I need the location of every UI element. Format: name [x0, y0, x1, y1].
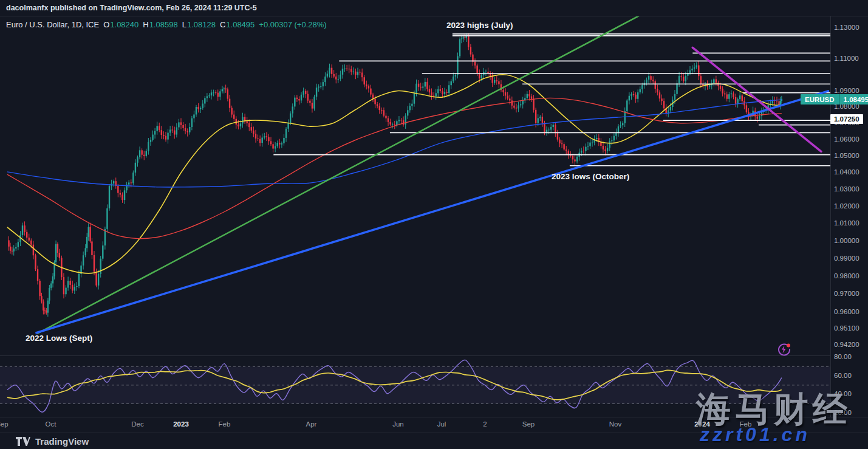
time-axis-label: 2	[472, 420, 499, 428]
price-axis-label: 1.09000	[834, 87, 859, 94]
time-axis-label: Nov	[602, 420, 629, 428]
pill-price: 1.08495	[839, 96, 868, 103]
current-price-pill: EURUSD 1.08495	[801, 94, 868, 105]
time-axis-label: Jun	[385, 420, 412, 428]
price-axis-label: 1.02000	[834, 202, 859, 210]
chart-canvas[interactable]	[0, 0, 868, 449]
price-axis-label: 0.95100	[834, 324, 859, 332]
price-axis-label: 0.98000	[834, 272, 859, 279]
price-axis-label: 1.03000	[834, 185, 859, 193]
price-axis-label: 1.06000	[834, 135, 859, 143]
price-axis-label: 1.01000	[834, 219, 859, 227]
price-axis-label: 0.99000	[834, 255, 859, 262]
price-axis-label: 0.97000	[834, 290, 859, 297]
time-axis-label: Sep	[515, 420, 542, 428]
time-axis-label: Oct	[38, 420, 64, 428]
price-axis-label: 1.13000	[834, 24, 859, 31]
level-price-pill: 1.07250	[830, 114, 863, 124]
rsi-axis-label: 60.00	[834, 372, 852, 379]
time-axis-label: Sep	[0, 420, 15, 428]
price-axis-label: 1.04000	[834, 168, 859, 176]
pill-symbol: EURUSD	[801, 96, 839, 103]
watermark-url: zzrt01.cn	[700, 423, 810, 446]
annotation-2022-lows: 2022 Lows (Sept)	[26, 334, 92, 343]
annotation-2023-highs: 2023 highs (July)	[446, 21, 513, 30]
rsi-axis-label: 80.00	[834, 353, 852, 360]
jump-to-realtime-icon[interactable]	[776, 341, 791, 357]
price-axis-label: 1.05000	[834, 152, 859, 159]
time-axis-label: Feb	[211, 420, 238, 428]
time-axis-label: Jul	[428, 420, 455, 428]
price-axis-label: 1.11000	[834, 55, 859, 62]
price-axis-label: 1.00000	[834, 237, 859, 244]
annotation-2023-lows: 2023 lows (October)	[552, 172, 629, 181]
tradingview-published-chart: dacolmanfx published on TradingView.com,…	[0, 0, 868, 449]
time-axis-label: Dec	[125, 420, 151, 428]
tradingview-logo-text[interactable]: TradingView	[35, 436, 89, 447]
tradingview-logo-icon[interactable]	[16, 437, 30, 446]
price-axis-label: 0.96000	[834, 308, 859, 315]
time-axis-label: Apr	[298, 420, 325, 428]
time-axis-label: 2023	[168, 420, 194, 428]
price-axis-label: 0.94200	[834, 341, 859, 348]
